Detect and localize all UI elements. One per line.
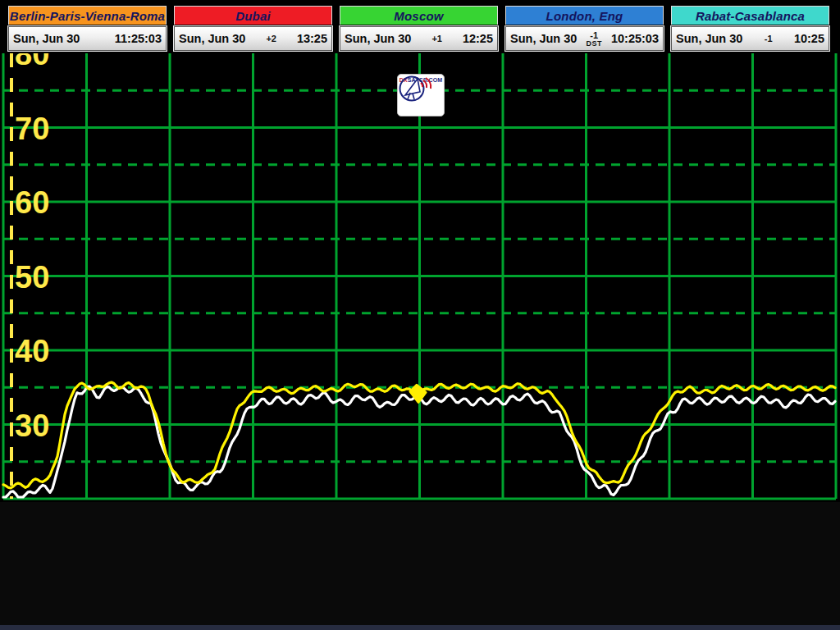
clock-time: 13:25 — [297, 32, 327, 45]
svg-text:70: 70 — [15, 112, 49, 146]
clock-utc-offset: +2 — [266, 34, 276, 43]
spectrum-plot: 807060504030 — [0, 53, 840, 502]
svg-text:80: 80 — [15, 53, 49, 71]
world-clock-bar: Berlin-Paris-Vienna-Roma Sun, Jun 30 11:… — [0, 0, 840, 53]
bottom-edge-strip — [0, 625, 840, 630]
clock-date: Sun, Jun 30 — [13, 32, 80, 45]
svg-text:50: 50 — [15, 260, 49, 294]
svg-text:60: 60 — [15, 185, 49, 220]
clock-time: 11:25:03 — [115, 32, 162, 45]
spectrum-analyzer-screen: Berlin-Paris-Vienna-Roma Sun, Jun 30 11:… — [0, 0, 840, 630]
clock-time-row: Sun, Jun 30 -1 DST 10:25:03 — [505, 26, 664, 51]
clock-dst-label: DST — [586, 40, 602, 48]
bottom-readout-panel: SP 1MHz 9 kHzW 12567.140 MHz. ✔ Pwr 53.6… — [0, 502, 840, 625]
clock-london: London, Eng Sun, Jun 30 -1 DST 10:25:03 — [505, 6, 664, 53]
clock-time-row: Sun, Jun 30 +2 13:25 — [174, 26, 332, 51]
dxsatcs-logo: DXSATCS.COM — [397, 74, 445, 116]
clock-time-row: Sun, Jun 30 -1 10:25 — [671, 26, 829, 51]
clock-time: 12:25 — [463, 32, 493, 45]
clock-utc-offset: +1 — [431, 34, 442, 43]
clock-rabat: Rabat-Casablanca Sun, Jun 30 -1 10:25 — [671, 6, 829, 53]
clock-dubai: Dubai Sun, Jun 30 +2 13:25 — [174, 6, 332, 53]
clock-time: 10:25:03 — [611, 32, 659, 45]
clock-time: 10:25 — [794, 32, 824, 45]
clock-city-label: Rabat-Casablanca — [671, 6, 829, 25]
clock-date: Sun, Jun 30 — [510, 32, 577, 45]
clock-date: Sun, Jun 30 — [676, 32, 742, 45]
clock-utc-offset: -1 — [590, 31, 598, 40]
svg-text:30: 30 — [15, 409, 49, 443]
clock-time-row: Sun, Jun 30 11:25:03 — [8, 26, 167, 51]
clock-city-label: Dubai — [174, 6, 332, 25]
clock-city-label: Moscow — [340, 6, 498, 25]
spectrum-chart: 807060504030 DXSATCS.COM — [0, 53, 840, 502]
clock-berlin: Berlin-Paris-Vienna-Roma Sun, Jun 30 11:… — [8, 6, 167, 53]
satellite-dish-icon — [398, 75, 434, 104]
clock-utc-offset: -1 — [765, 34, 773, 43]
clock-time-row: Sun, Jun 30 +1 12:25 — [340, 26, 498, 51]
clock-date: Sun, Jun 30 — [345, 32, 411, 45]
clock-date: Sun, Jun 30 — [179, 32, 245, 45]
clock-city-label: London, Eng — [505, 6, 664, 25]
svg-text:40: 40 — [15, 334, 49, 368]
clock-city-label: Berlin-Paris-Vienna-Roma — [8, 6, 167, 25]
clock-moscow: Moscow Sun, Jun 30 +1 12:25 — [340, 6, 498, 53]
